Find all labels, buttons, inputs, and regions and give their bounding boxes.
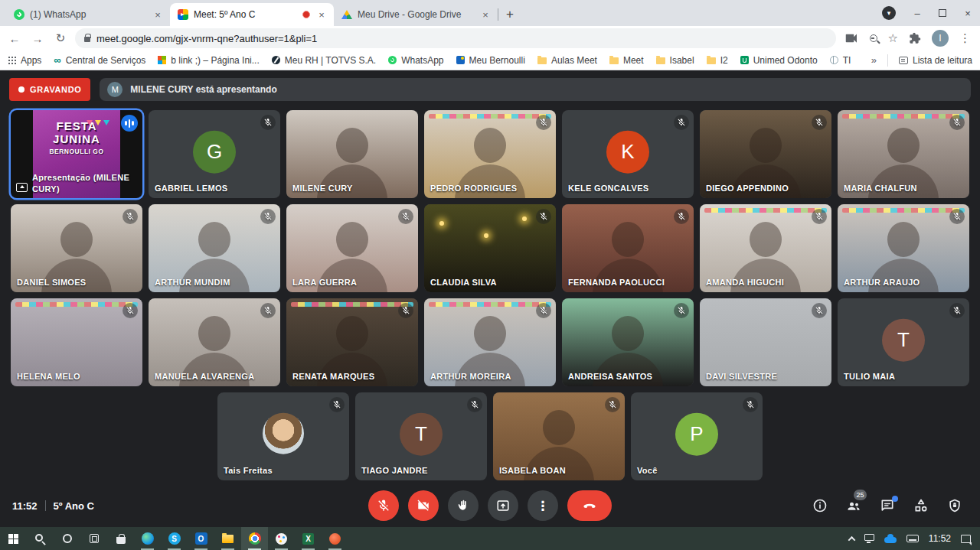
chat-button[interactable] xyxy=(879,497,896,514)
tab-close-icon[interactable]: × xyxy=(315,9,328,21)
participant-tile[interactable]: ANDREISA SANTOS xyxy=(562,298,694,386)
profile-avatar[interactable]: I xyxy=(932,30,949,47)
participant-tile[interactable]: MILENE CURY xyxy=(286,110,418,198)
participant-tile[interactable]: ISABELA BOAN xyxy=(493,392,625,480)
tile-name: Tais Freitas xyxy=(224,465,273,476)
search-icon[interactable] xyxy=(27,527,54,550)
participant-tile[interactable]: MANUELA ALVARENGA xyxy=(149,298,280,386)
bookmarks-overflow-chevron[interactable]: » xyxy=(871,54,877,66)
bookmark-item[interactable]: b link ;) – Página Ini... xyxy=(158,55,259,66)
zoom-out-icon[interactable] xyxy=(870,34,877,42)
red-app-icon[interactable] xyxy=(322,527,348,550)
tab-close-icon[interactable]: × xyxy=(152,9,164,21)
action-center-icon[interactable] xyxy=(961,535,971,543)
person-silhouette xyxy=(887,128,920,163)
present-screen-button[interactable] xyxy=(488,490,518,521)
bookmark-item[interactable]: Meu RH | TOTVS S.A. xyxy=(272,55,376,66)
tray-chevron-up-icon[interactable] xyxy=(849,536,854,542)
presentation-tile[interactable]: FESTAJUNINABERNOULLI GOApresentação (MIL… xyxy=(11,110,142,198)
tab-search-button[interactable]: ▾ xyxy=(882,6,896,20)
participant-tile[interactable]: Tais Freitas xyxy=(217,392,349,480)
minimize-button[interactable]: – xyxy=(910,8,925,19)
more-options-button[interactable]: ⋮ xyxy=(528,490,558,521)
task-view-icon[interactable] xyxy=(80,527,107,550)
participant-tile[interactable]: AMANDA HIGUCHI xyxy=(700,204,831,292)
host-controls-button[interactable] xyxy=(946,497,963,514)
bookmark-item[interactable]: TI xyxy=(830,55,851,66)
bookmark-item[interactable]: I2 xyxy=(707,55,728,66)
participant-tile[interactable]: PEDRO RODRIGUES xyxy=(424,110,556,198)
participant-tile[interactable]: ARTHUR MOREIRA xyxy=(424,298,556,386)
onedrive-cloud-icon[interactable] xyxy=(884,534,897,543)
string-light-icon xyxy=(522,216,527,221)
restore-button[interactable] xyxy=(939,9,946,17)
participant-tile[interactable]: DIEGO APPENDINO xyxy=(700,110,831,198)
bookmark-item[interactable]: Isabel xyxy=(656,55,694,66)
browser-menu-icon[interactable]: ⋮ xyxy=(959,31,971,45)
close-button[interactable]: × xyxy=(960,8,975,19)
back-button[interactable]: ← xyxy=(6,32,23,45)
network-icon[interactable] xyxy=(864,534,874,543)
outlook-icon: O xyxy=(195,532,207,545)
leave-call-button[interactable] xyxy=(567,490,612,521)
forward-button[interactable]: → xyxy=(29,32,46,45)
participant-tile[interactable]: TTULIO MAIA xyxy=(838,298,969,386)
participant-tile[interactable]: HELENA MELO xyxy=(11,298,142,386)
chrome-icon[interactable] xyxy=(241,527,268,550)
bookmark-item[interactable]: ∞Central de Serviços xyxy=(54,55,145,66)
start-button[interactable] xyxy=(0,527,27,550)
tab-meet[interactable]: Meet: 5º Ano C × xyxy=(170,3,334,26)
string-light-icon xyxy=(439,221,444,226)
file-explorer-icon[interactable] xyxy=(214,527,241,550)
recording-dot-icon xyxy=(302,11,310,18)
participants-button[interactable]: 25 xyxy=(845,497,862,514)
bookmark-item[interactable]: Apps xyxy=(8,55,41,66)
participant-tile[interactable]: ARTHUR MUNDIM xyxy=(149,204,280,292)
activities-button[interactable] xyxy=(913,497,929,514)
participant-tile[interactable]: RENATA MARQUES xyxy=(286,298,418,386)
outlook-icon[interactable]: O xyxy=(188,527,214,550)
bookmark-item[interactable]: Unimed Odonto xyxy=(740,55,818,66)
mic-off-button[interactable] xyxy=(368,490,399,521)
camera-off-button[interactable] xyxy=(408,490,439,521)
participant-tile[interactable]: TTIAGO JANDRE xyxy=(355,392,487,480)
participant-tile[interactable]: KKELE GONCALVES xyxy=(562,110,694,198)
reading-list-label: Lista de leitura xyxy=(913,55,972,66)
tile-name: ARTHUR ARAUJO xyxy=(844,277,920,288)
edge-icon[interactable] xyxy=(134,527,161,550)
participant-tile[interactable]: LARA GUERRA xyxy=(286,204,418,292)
tab-drive[interactable]: Meu Drive - Google Drive × xyxy=(334,3,498,26)
bookmark-item[interactable]: WhatsApp xyxy=(388,55,443,66)
address-bar[interactable]: meet.google.com/gjx-vnrm-qne?authuser=1&… xyxy=(75,28,836,48)
touch-keyboard-icon[interactable] xyxy=(906,535,919,542)
camera-in-use-icon[interactable] xyxy=(845,33,859,44)
participant-tile[interactable]: DAVI SILVESTRE xyxy=(700,298,831,386)
bookmark-star-icon[interactable]: ☆ xyxy=(888,31,898,45)
meeting-details-button[interactable] xyxy=(812,497,828,514)
tab-close-icon[interactable]: × xyxy=(479,9,492,21)
participant-tile[interactable]: FERNANDA PAOLUCCI xyxy=(562,204,694,292)
bookmark-item[interactable]: Meet xyxy=(609,55,644,66)
participant-tile[interactable]: PVocê xyxy=(631,392,763,480)
participant-tile[interactable]: GGABRIEL LEMOS xyxy=(149,110,280,198)
raise-hand-button[interactable] xyxy=(448,490,479,521)
participant-tile[interactable]: MARIA CHALFUN xyxy=(838,110,969,198)
bookmark-item[interactable]: Meu Bernoulli xyxy=(456,55,525,66)
participant-tile[interactable]: CLAUDIA SILVA xyxy=(424,204,556,292)
cortana-icon[interactable] xyxy=(54,527,80,550)
tile-name: AMANDA HIGUCHI xyxy=(706,277,784,288)
skype-icon[interactable]: S xyxy=(161,527,188,550)
new-tab-button[interactable]: + xyxy=(506,7,514,22)
bookmark-item[interactable]: Aulas Meet xyxy=(537,55,597,66)
taskbar-clock[interactable]: 11:52 xyxy=(929,533,951,544)
reading-list-button[interactable]: Lista de leitura xyxy=(899,55,972,66)
store-icon[interactable] xyxy=(107,527,134,550)
paint-icon[interactable] xyxy=(268,527,295,550)
participant-tile[interactable]: DANIEL SIMOES xyxy=(11,204,142,292)
tab-whatsapp[interactable]: (1) WhatsApp × xyxy=(6,3,170,26)
excel-icon[interactable]: X xyxy=(295,527,322,550)
participant-tile[interactable]: ARTHUR ARAUJO xyxy=(838,204,969,292)
extensions-puzzle-icon[interactable] xyxy=(909,32,921,44)
reload-button[interactable]: ↻ xyxy=(52,31,69,45)
person-silhouette xyxy=(750,128,782,163)
